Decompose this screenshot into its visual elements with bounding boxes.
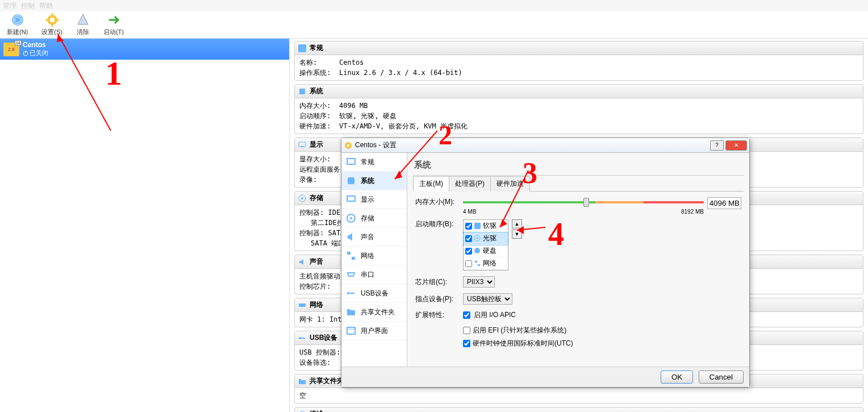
svg-point-4: [50, 18, 55, 22]
new-button[interactable]: 新建(N): [5, 12, 30, 38]
section-general: 常规 名称:Centos 操作系统:Linux 2.6 / 3.x / 4.x …: [294, 41, 863, 81]
tab-accel[interactable]: 硬件加速: [490, 176, 530, 192]
efi-checkbox[interactable]: [463, 327, 470, 334]
optical-icon: [474, 235, 481, 242]
svg-rect-13: [299, 142, 306, 147]
chip-icon: [298, 88, 306, 95]
dialog-title: Centos - 设置: [355, 140, 708, 150]
start-icon: [107, 13, 120, 27]
boot-check-optical[interactable]: [465, 235, 472, 242]
boot-order-list[interactable]: 软驱 光驱 硬盘 网络: [463, 219, 508, 270]
vm-status: 已关闭: [23, 49, 48, 57]
svg-point-36: [477, 238, 478, 239]
gear-icon: [45, 13, 59, 27]
svg-point-0: [12, 14, 23, 26]
svg-rect-28: [347, 252, 350, 255]
svg-rect-11: [298, 44, 306, 52]
memory-slider[interactable]: 4 MB8192 MB: [463, 197, 704, 207]
svg-rect-29: [352, 257, 355, 260]
boot-item-optical[interactable]: 光驱: [464, 232, 508, 245]
sidebar-item-system[interactable]: 系统: [341, 172, 407, 190]
boot-check-hd[interactable]: [465, 248, 472, 255]
memory-label: 内存大小(M):: [415, 197, 460, 207]
memory-field[interactable]: [707, 197, 741, 209]
usb-icon: [298, 334, 306, 342]
svg-rect-25: [347, 196, 355, 201]
network-icon: [298, 301, 306, 309]
cancel-button[interactable]: Cancel: [699, 371, 744, 384]
boot-move-down[interactable]: ▼: [512, 230, 522, 239]
sidebar-item-audio[interactable]: 声音: [341, 228, 407, 247]
menubar: 管理 控制 帮助: [0, 0, 868, 11]
boot-check-floppy[interactable]: [465, 223, 472, 230]
svg-rect-34: [474, 223, 481, 229]
hd-icon: [474, 247, 481, 255]
tabs: 主板(M) 处理器(P) 硬件加速: [413, 176, 744, 192]
svg-rect-39: [478, 264, 480, 266]
chipset-label: 芯片组(C):: [415, 277, 460, 287]
general-icon: [298, 44, 306, 52]
usb-icon: [346, 288, 356, 298]
ioapic-checkbox[interactable]: [463, 311, 470, 319]
menu-item[interactable]: 管理: [3, 1, 16, 10]
svg-rect-17: [299, 303, 306, 307]
folder-icon: [298, 377, 306, 385]
sidebar-item-network[interactable]: 网络: [341, 247, 407, 265]
dialog-content: 系统 主板(M) 处理器(P) 硬件加速 内存大小(M): 4 MB8192 M…: [407, 153, 749, 367]
menu-item[interactable]: 控制: [21, 1, 35, 10]
sidebar-item-serial[interactable]: 串口: [341, 265, 407, 284]
start-button[interactable]: 启动(T): [101, 12, 126, 38]
serial-icon: [346, 269, 356, 280]
dialog-titlebar[interactable]: Centos - 设置 ? ✕: [341, 138, 749, 153]
pointing-label: 指点设备(P):: [415, 294, 460, 304]
vm-name: Centos: [23, 41, 48, 49]
sidebar-item-storage[interactable]: 存储: [341, 209, 407, 228]
utc-checkbox[interactable]: [463, 340, 470, 347]
sidebar-item-shared[interactable]: 共享文件夹: [341, 303, 407, 322]
audio-icon: [346, 232, 356, 242]
tab-motherboard[interactable]: 主板(M): [413, 176, 449, 192]
svg-rect-23: [347, 159, 355, 164]
discard-button[interactable]: 清除: [74, 12, 92, 38]
boot-check-net[interactable]: [465, 260, 472, 267]
sidebar-item-display[interactable]: 显示: [341, 190, 407, 209]
ok-button[interactable]: OK: [661, 371, 693, 384]
slider-thumb[interactable]: [583, 198, 589, 207]
vm-item-centos[interactable]: 2.6 Centos 已关闭: [0, 39, 289, 60]
svg-point-27: [350, 217, 352, 219]
folder-icon: [346, 307, 356, 317]
sidebar-item-usb[interactable]: USB设备: [341, 284, 407, 303]
section-system: 系统 内存大小:4096 MB 启动顺序:软驱, 光驱, 硬盘 硬件加速:VT-…: [294, 84, 863, 134]
sidebar-item-general[interactable]: 常规: [341, 153, 407, 172]
svg-rect-32: [347, 327, 355, 334]
network-icon: [346, 251, 356, 261]
boot-item-hd[interactable]: 硬盘: [464, 245, 508, 257]
svg-rect-24: [348, 177, 354, 184]
tab-processor[interactable]: 处理器(P): [449, 176, 491, 192]
storage-icon: [346, 213, 356, 223]
toolbar: 新建(N) 设置(S) 清除 启动(T): [0, 11, 868, 39]
boot-item-floppy[interactable]: 软驱: [464, 220, 508, 232]
sidebar-item-ui[interactable]: 用户界面: [341, 322, 407, 340]
vm-list: 2.6 Centos 已关闭: [0, 39, 290, 412]
efi-label: 启用 EFI (只针对某些操作系统): [473, 326, 566, 335]
help-button[interactable]: ?: [710, 140, 724, 151]
close-button[interactable]: ✕: [725, 140, 747, 151]
ui-icon: [346, 326, 356, 336]
discard-icon: [76, 13, 90, 27]
dialog-footer: OK Cancel: [341, 367, 749, 387]
svg-rect-38: [475, 261, 477, 263]
dialog-sidebar: 常规 系统 显示 存储 声音 网络 串口 USB设备 共享文件夹 用户界面: [341, 153, 407, 367]
vm-os-icon: 2.6: [3, 43, 19, 56]
settings-button[interactable]: 设置(S): [39, 12, 65, 38]
settings-dialog: Centos - 设置 ? ✕ 常规 系统 显示 存储 声音 网络 串口 USB…: [341, 138, 750, 388]
menu-item[interactable]: 帮助: [39, 1, 53, 10]
discard-label: 清除: [77, 28, 89, 36]
boot-move-up[interactable]: ▲: [512, 219, 522, 228]
utc-label: 硬件时钟使用国际标准时间(UTC): [473, 339, 573, 348]
boot-item-net[interactable]: 网络: [464, 257, 508, 270]
chipset-select[interactable]: PIIX3: [463, 276, 495, 288]
content-title: 系统: [413, 157, 744, 176]
new-label: 新建(N): [7, 28, 28, 36]
pointing-select[interactable]: USB触控板: [463, 293, 512, 305]
